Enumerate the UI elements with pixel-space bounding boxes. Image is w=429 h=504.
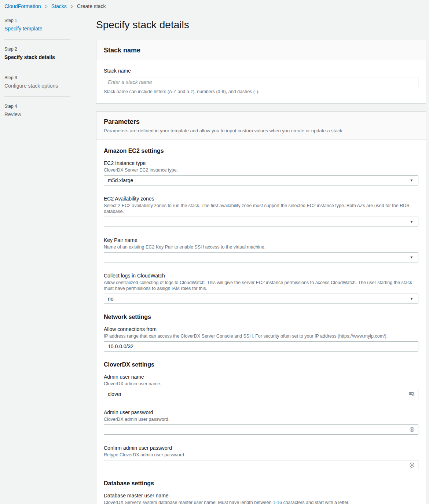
stack-name-card-body: Stack name Stack name can include letter…	[96, 60, 426, 103]
parameter-field: Key Pair name Name of an existing EC2 Ke…	[104, 237, 418, 262]
step-number: Step 1	[4, 18, 96, 23]
field-description: Select 2 EC2 availability zones to run t…	[104, 203, 418, 214]
field-description: IP address range that can access the Clo…	[104, 333, 418, 339]
field-label: EC2 Availability zones	[104, 195, 418, 202]
parameters-card: Parameters Parameters are defined in you…	[96, 111, 426, 504]
stack-name-card-header: Stack name	[96, 40, 426, 60]
parameter-group-heading: Database settings	[104, 480, 418, 487]
parameter-field: Collect logs in CloudWatch Allow central…	[104, 272, 418, 304]
chevron-down-icon: ▼	[410, 220, 413, 224]
parameter-group: Network settings Allow connections from …	[104, 314, 418, 352]
sidebar-step: Step 2 Specify stack details	[4, 47, 96, 68]
parameters-card-body: Amazon EC2 settings EC2 Instance type Cl…	[96, 140, 426, 504]
parameter-field: Admin user password CloverDX admin user …	[104, 409, 418, 435]
field-label: Collect logs in CloudWatch	[104, 272, 418, 279]
field-label: Admin user name	[104, 374, 418, 380]
field-label: Allow connections from	[104, 326, 418, 332]
select-control[interactable]: no ▼	[104, 294, 418, 304]
stack-name-card-title: Stack name	[104, 47, 418, 54]
page-layout: Step 1 Specify template Step 2 Specify s…	[0, 9, 429, 504]
parameter-field: EC2 Instance type CloverDX Server EC2 in…	[104, 160, 418, 185]
stack-name-card: Stack name Stack name Stack name can inc…	[96, 40, 426, 103]
field-description: CloverDX admin user name.	[104, 381, 418, 387]
step-title: Configure stack options	[4, 82, 96, 89]
chevron-right-icon: >	[70, 3, 73, 10]
field-value: clover	[108, 391, 121, 397]
steps-sidebar: Step 1 Specify template Step 2 Specify s…	[0, 18, 96, 118]
text-control[interactable]: 10.0.0.0/32 ▼	[104, 341, 418, 352]
step-title[interactable]: Specify template	[4, 25, 96, 32]
sidebar-step: Step 4 Review	[4, 104, 96, 118]
field-description: Retype CloverDX admin user password.	[104, 452, 418, 458]
field-value: 10.0.0.0/32	[108, 343, 133, 349]
text-control[interactable]: clover ▼	[104, 389, 418, 399]
select-control[interactable]: m5d.xlarge ▼	[104, 175, 418, 185]
step-divider	[4, 39, 70, 40]
field-label: Confirm admin user password	[104, 445, 418, 451]
password-generator-icon[interactable]	[409, 427, 415, 433]
parameters-card-subtitle: Parameters are defined in your template …	[104, 128, 418, 134]
main-content: Specify stack details Stack name Stack n…	[96, 18, 426, 504]
parameter-field: EC2 Availability zones Select 2 EC2 avai…	[104, 195, 418, 227]
breadcrumb-item: Create stack	[77, 3, 106, 9]
parameter-group-heading: Network settings	[104, 314, 418, 320]
sidebar-step: Step 3 Configure stack options	[4, 75, 96, 97]
chevron-down-icon: ▼	[410, 179, 413, 182]
page-title: Specify stack details	[96, 19, 426, 31]
password-control[interactable]: ▼	[104, 424, 418, 435]
chevron-down-icon: ▼	[410, 297, 413, 301]
chevron-right-icon: >	[45, 3, 48, 10]
stack-name-input[interactable]	[104, 77, 418, 87]
parameter-group: Amazon EC2 settings EC2 Instance type Cl…	[104, 148, 418, 304]
breadcrumb-item[interactable]: Stacks	[51, 3, 67, 9]
select-control[interactable]: ▼	[104, 217, 418, 227]
field-description: Allow centralized collecting of logs to …	[104, 280, 418, 291]
sidebar-step: Step 1 Specify template	[4, 18, 96, 40]
field-label: Admin user password	[104, 409, 418, 416]
step-divider	[4, 68, 70, 68]
parameter-group: CloverDX settings Admin user name Clover…	[104, 361, 418, 470]
field-value: no	[108, 296, 114, 302]
step-number: Step 3	[4, 75, 96, 80]
field-description: CloverDX Server's system database master…	[104, 500, 418, 504]
parameter-field: Database master user name CloverDX Serve…	[104, 492, 418, 504]
field-description: CloverDX Server EC2 instance type.	[104, 167, 418, 173]
field-value: m5d.xlarge	[108, 177, 133, 183]
breadcrumb: CloudFormation > Stacks > Create stack	[0, 0, 429, 9]
field-description: Name of an existing EC2 Key Pair to enab…	[104, 244, 418, 250]
parameter-field: Admin user name CloverDX admin user name…	[104, 374, 418, 399]
parameter-group-heading: CloverDX settings	[104, 361, 418, 368]
parameter-group: Database settings Database master user n…	[104, 480, 418, 504]
parameters-card-title: Parameters	[104, 118, 418, 126]
step-title: Review	[4, 111, 96, 118]
step-divider	[4, 96, 70, 97]
field-description: CloverDX admin user password.	[104, 416, 418, 422]
step-number: Step 2	[4, 47, 96, 52]
step-number: Step 4	[4, 104, 96, 109]
password-generator-icon[interactable]	[409, 462, 415, 468]
parameters-card-header: Parameters Parameters are defined in you…	[96, 112, 426, 140]
select-control[interactable]: ▼	[104, 252, 418, 262]
stack-name-help: Stack name can include letters (A-Z and …	[104, 89, 418, 94]
field-label: Key Pair name	[104, 237, 418, 243]
password-control[interactable]: ▼	[104, 460, 418, 470]
parameter-field: Allow connections from IP address range …	[104, 326, 418, 352]
field-label: EC2 Instance type	[104, 160, 418, 166]
parameter-group-heading: Amazon EC2 settings	[104, 148, 418, 154]
breadcrumb-item[interactable]: CloudFormation	[4, 3, 41, 9]
chevron-down-icon: ▼	[410, 255, 413, 259]
password-manager-keyboard-icon[interactable]	[408, 391, 415, 397]
parameter-field: Confirm admin user password Retype Clove…	[104, 445, 418, 470]
step-title: Specify stack details	[4, 54, 96, 60]
stack-name-label: Stack name	[104, 67, 418, 74]
field-label: Database master user name	[104, 492, 418, 499]
